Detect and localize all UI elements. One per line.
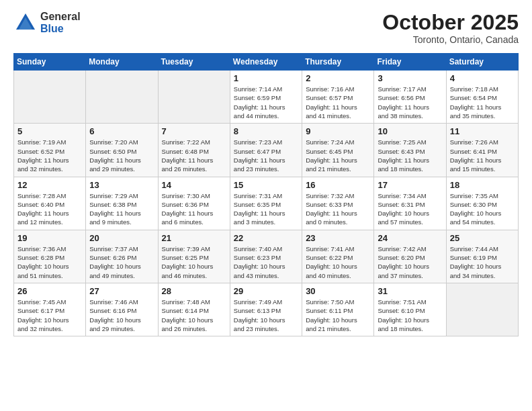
day-info: Sunrise: 7:16 AM Sunset: 6:57 PM Dayligh… [306,85,370,120]
day-cell-22: 22Sunrise: 7:40 AM Sunset: 6:23 PM Dayli… [230,230,302,283]
day-cell-4: 4Sunrise: 7:18 AM Sunset: 6:54 PM Daylig… [446,71,518,124]
day-info: Sunrise: 7:37 AM Sunset: 6:26 PM Dayligh… [89,244,154,280]
day-info: Sunrise: 7:26 AM Sunset: 6:41 PM Dayligh… [450,138,515,173]
day-info: Sunrise: 7:46 AM Sunset: 6:16 PM Dayligh… [89,298,154,333]
day-cell-25: 25Sunrise: 7:44 AM Sunset: 6:19 PM Dayli… [446,230,518,283]
day-number: 16 [306,180,370,190]
day-info: Sunrise: 7:28 AM Sunset: 6:40 PM Dayligh… [17,191,82,227]
day-info: Sunrise: 7:35 AM Sunset: 6:30 PM Dayligh… [450,191,515,227]
day-info: Sunrise: 7:30 AM Sunset: 6:36 PM Dayligh… [162,191,226,227]
day-cell-15: 15Sunrise: 7:31 AM Sunset: 6:35 PM Dayli… [230,177,302,230]
day-number: 26 [17,286,82,296]
day-info: Sunrise: 7:14 AM Sunset: 6:59 PM Dayligh… [234,85,298,120]
week-row-4: 19Sunrise: 7:36 AM Sunset: 6:28 PM Dayli… [14,230,519,283]
day-cell-23: 23Sunrise: 7:41 AM Sunset: 6:22 PM Dayli… [302,230,374,283]
day-cell-19: 19Sunrise: 7:36 AM Sunset: 6:28 PM Dayli… [14,230,86,283]
page: General Blue October 2025 Toronto, Ontar… [0,0,532,411]
day-info: Sunrise: 7:32 AM Sunset: 6:33 PM Dayligh… [306,191,370,227]
day-number: 28 [162,286,226,296]
header: General Blue October 2025 Toronto, Ontar… [13,11,519,45]
day-info: Sunrise: 7:34 AM Sunset: 6:31 PM Dayligh… [378,191,442,227]
day-cell-24: 24Sunrise: 7:42 AM Sunset: 6:20 PM Dayli… [374,230,446,283]
day-info: Sunrise: 7:17 AM Sunset: 6:56 PM Dayligh… [378,85,442,120]
weekday-header-row: SundayMondayTuesdayWednesdayThursdayFrid… [14,54,519,71]
month-title: October 2025 [382,11,519,34]
day-cell-29: 29Sunrise: 7:49 AM Sunset: 6:13 PM Dayli… [230,283,302,336]
day-cell-1: 1Sunrise: 7:14 AM Sunset: 6:59 PM Daylig… [230,71,302,124]
day-cell-3: 3Sunrise: 7:17 AM Sunset: 6:56 PM Daylig… [374,71,446,124]
day-info: Sunrise: 7:23 AM Sunset: 6:47 PM Dayligh… [234,138,298,173]
week-row-2: 5Sunrise: 7:19 AM Sunset: 6:52 PM Daylig… [14,124,519,177]
empty-cell [158,71,230,124]
day-number: 31 [378,286,442,296]
title-block: October 2025 Toronto, Ontario, Canada [382,11,519,45]
weekday-header-monday: Monday [86,54,158,71]
day-number: 3 [378,73,442,83]
day-cell-7: 7Sunrise: 7:22 AM Sunset: 6:48 PM Daylig… [158,124,230,177]
day-cell-31: 31Sunrise: 7:51 AM Sunset: 6:10 PM Dayli… [374,283,446,336]
day-number: 13 [89,180,154,190]
weekday-header-saturday: Saturday [446,54,518,71]
day-info: Sunrise: 7:36 AM Sunset: 6:28 PM Dayligh… [17,244,82,280]
day-info: Sunrise: 7:22 AM Sunset: 6:48 PM Dayligh… [162,138,226,173]
day-cell-30: 30Sunrise: 7:50 AM Sunset: 6:11 PM Dayli… [302,283,374,336]
day-cell-9: 9Sunrise: 7:24 AM Sunset: 6:45 PM Daylig… [302,124,374,177]
logo-blue-text: Blue [40,23,81,35]
day-number: 7 [162,126,226,136]
day-info: Sunrise: 7:29 AM Sunset: 6:38 PM Dayligh… [89,191,154,227]
empty-cell [446,283,518,336]
weekday-header-thursday: Thursday [302,54,374,71]
logo: General Blue [13,11,81,35]
week-row-3: 12Sunrise: 7:28 AM Sunset: 6:40 PM Dayli… [14,177,519,230]
day-number: 14 [162,180,226,190]
day-number: 12 [17,180,82,190]
day-number: 30 [306,286,370,296]
day-info: Sunrise: 7:40 AM Sunset: 6:23 PM Dayligh… [234,244,298,280]
day-cell-17: 17Sunrise: 7:34 AM Sunset: 6:31 PM Dayli… [374,177,446,230]
day-number: 9 [306,126,370,136]
logo-text: General Blue [40,11,81,34]
day-cell-6: 6Sunrise: 7:20 AM Sunset: 6:50 PM Daylig… [86,124,158,177]
day-info: Sunrise: 7:25 AM Sunset: 6:43 PM Dayligh… [378,138,442,173]
day-number: 25 [450,233,515,243]
day-number: 2 [306,73,370,83]
day-number: 24 [378,233,442,243]
day-info: Sunrise: 7:48 AM Sunset: 6:14 PM Dayligh… [162,298,226,333]
day-number: 29 [234,286,298,296]
day-number: 19 [17,233,82,243]
day-cell-26: 26Sunrise: 7:45 AM Sunset: 6:17 PM Dayli… [14,283,86,336]
day-info: Sunrise: 7:42 AM Sunset: 6:20 PM Dayligh… [378,244,442,280]
day-cell-2: 2Sunrise: 7:16 AM Sunset: 6:57 PM Daylig… [302,71,374,124]
day-number: 10 [378,126,442,136]
day-cell-13: 13Sunrise: 7:29 AM Sunset: 6:38 PM Dayli… [86,177,158,230]
day-number: 15 [234,180,298,190]
day-cell-20: 20Sunrise: 7:37 AM Sunset: 6:26 PM Dayli… [86,230,158,283]
weekday-header-tuesday: Tuesday [158,54,230,71]
location: Toronto, Ontario, Canada [382,34,519,45]
day-info: Sunrise: 7:19 AM Sunset: 6:52 PM Dayligh… [17,138,82,173]
day-number: 6 [89,126,154,136]
calendar: SundayMondayTuesdayWednesdayThursdayFrid… [13,53,519,336]
day-cell-11: 11Sunrise: 7:26 AM Sunset: 6:41 PM Dayli… [446,124,518,177]
day-number: 5 [17,126,82,136]
day-info: Sunrise: 7:24 AM Sunset: 6:45 PM Dayligh… [306,138,370,173]
week-row-1: 1Sunrise: 7:14 AM Sunset: 6:59 PM Daylig… [14,71,519,124]
day-info: Sunrise: 7:45 AM Sunset: 6:17 PM Dayligh… [17,298,82,333]
day-number: 17 [378,180,442,190]
day-info: Sunrise: 7:44 AM Sunset: 6:19 PM Dayligh… [450,244,515,280]
day-info: Sunrise: 7:51 AM Sunset: 6:10 PM Dayligh… [378,298,442,333]
day-info: Sunrise: 7:18 AM Sunset: 6:54 PM Dayligh… [450,85,515,120]
logo-general-text: General [40,11,81,23]
week-row-5: 26Sunrise: 7:45 AM Sunset: 6:17 PM Dayli… [14,283,519,336]
weekday-header-sunday: Sunday [14,54,86,71]
day-cell-14: 14Sunrise: 7:30 AM Sunset: 6:36 PM Dayli… [158,177,230,230]
day-number: 21 [162,233,226,243]
day-cell-16: 16Sunrise: 7:32 AM Sunset: 6:33 PM Dayli… [302,177,374,230]
day-number: 11 [450,126,515,136]
day-number: 18 [450,180,515,190]
day-number: 27 [89,286,154,296]
day-info: Sunrise: 7:50 AM Sunset: 6:11 PM Dayligh… [306,298,370,333]
weekday-header-friday: Friday [374,54,446,71]
day-cell-5: 5Sunrise: 7:19 AM Sunset: 6:52 PM Daylig… [14,124,86,177]
day-number: 8 [234,126,298,136]
